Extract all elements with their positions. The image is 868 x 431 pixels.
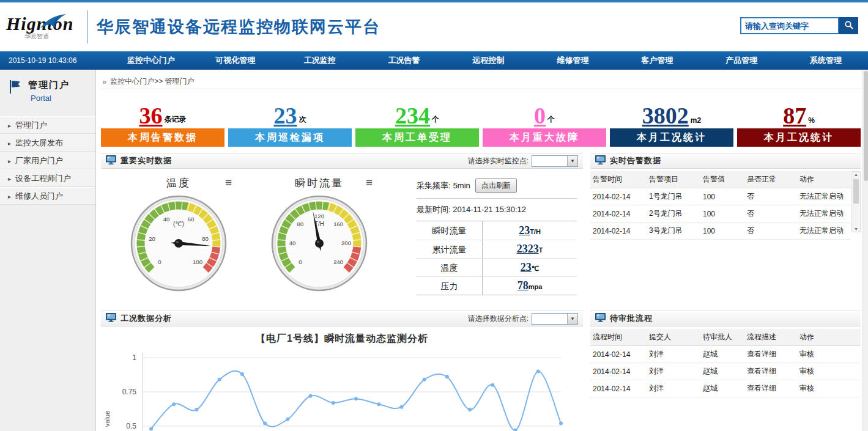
- table-cell: 赵城: [700, 380, 744, 397]
- svg-text:80: 80: [297, 221, 304, 227]
- table-scrollbar[interactable]: ▲ ▼: [851, 171, 861, 232]
- svg-text:0: 0: [158, 259, 161, 265]
- nav-item-6[interactable]: 维修管理: [530, 51, 615, 70]
- stat-card-4[interactable]: 0个本月重大故障: [483, 94, 606, 147]
- header-divider: [87, 10, 88, 43]
- main-nav: 2015-10-19 10:43:06 监控中心门户可视化管理工况监控工况告警远…: [0, 51, 868, 70]
- select-value: [532, 314, 567, 324]
- stat-unit: m2: [691, 116, 701, 126]
- nav-item-9[interactable]: 系统管理: [784, 51, 868, 70]
- column-header: 流程描述: [744, 329, 797, 346]
- table-cell: 无法正常启动: [797, 205, 851, 223]
- stat-card-2[interactable]: 23次本周巡检漏项: [228, 94, 352, 147]
- search-input[interactable]: [740, 17, 839, 34]
- sidebar-item-4[interactable]: ▸设备工程师门户: [0, 169, 95, 187]
- table-cell: 查看详细: [744, 346, 797, 363]
- table-cell: 2号龙门吊: [647, 205, 700, 223]
- approvals-panel: 流程时间提交人待审批人流程描述动作2014-02-14刘洋赵城查看详细审核201…: [590, 326, 861, 397]
- scroll-up-icon[interactable]: ▲: [852, 172, 860, 177]
- svg-text:40: 40: [289, 240, 296, 246]
- monitor-point-select[interactable]: ▼: [532, 155, 578, 167]
- svg-text:120: 120: [314, 213, 324, 219]
- nav-item-8[interactable]: 产品管理: [699, 51, 784, 70]
- table-row[interactable]: 2014-02-142号龙门吊100否无法正常启动: [590, 205, 851, 223]
- svg-text:value: value: [103, 411, 111, 427]
- alarms-panel: 告警时间告警项目告警值是否正常动作2014-02-141号龙门吊100否无法正常…: [590, 169, 861, 311]
- table-cell: 2014-02-14: [590, 380, 647, 397]
- nav-item-5[interactable]: 远程控制: [447, 51, 531, 70]
- table-row[interactable]: 2014-02-14刘洋赵城查看详细审核: [590, 346, 861, 363]
- stat-value-area: 36条记录: [101, 94, 224, 128]
- table-row[interactable]: 2014-02-14刘洋赵城查看详细审核: [590, 380, 861, 397]
- stat-card-3[interactable]: 234个本周工单受理: [355, 94, 479, 147]
- stat-card-6[interactable]: 87%本月工况统计: [737, 94, 861, 147]
- sidebar-item-1[interactable]: ▸管理门户: [0, 116, 95, 134]
- nav-item-3[interactable]: 工况监控: [278, 51, 362, 70]
- approvals-table: 流程时间提交人待审批人流程描述动作2014-02-14刘洋赵城查看详细审核201…: [590, 329, 861, 397]
- scrollbar-thumb[interactable]: [853, 179, 859, 204]
- table-row[interactable]: 2014-02-143号龙门吊100否无法正常启动: [590, 223, 851, 240]
- arrow-right-icon: ▸: [8, 175, 11, 182]
- sidebar-item-label: 维修人员门户: [15, 191, 63, 201]
- analysis-section-header: 工况数据分析 请选择数据分析点: ▼: [101, 311, 583, 326]
- column-header: 待审批人: [700, 329, 744, 346]
- page-scrollbar-thumb[interactable]: [864, 71, 868, 181]
- latest-time-value: 2014-11-21 15:30:12: [453, 205, 526, 214]
- stat-value-area: 0个: [483, 94, 606, 128]
- header: Hignton 华辰智通 华辰智通设备远程监控物联网云平台: [0, 2, 868, 51]
- svg-text:20: 20: [149, 235, 155, 242]
- column-header: 动作: [797, 171, 851, 188]
- column-header: 是否正常: [744, 171, 797, 188]
- page-scrollbar[interactable]: [862, 70, 868, 431]
- realtime-section-header: 重要实时数据 请选择实时监控点: ▼: [101, 153, 583, 169]
- reading-label: 压力: [417, 277, 483, 295]
- stat-value-area: 87%: [737, 94, 861, 128]
- nav-item-1[interactable]: 监控中心门户: [109, 51, 193, 70]
- analysis-point-select[interactable]: ▼: [532, 313, 578, 325]
- sidebar-item-label: 管理门户: [15, 120, 47, 130]
- temperature-gauge: 温度 ≡ 020406080100(℃): [108, 175, 249, 295]
- sidebar-item-3[interactable]: ▸厂家用户门户: [0, 152, 95, 169]
- stat-card-1[interactable]: 36条记录本周告警数据: [101, 94, 224, 147]
- reading-value: 23T/H: [483, 224, 577, 237]
- stat-card-5[interactable]: 3802m2本月工况统计: [610, 94, 733, 147]
- select-value: [532, 156, 567, 166]
- table-cell: 查看详细: [744, 363, 797, 380]
- stat-value: 0: [534, 105, 546, 126]
- table-row[interactable]: 2014-02-14刘洋赵城查看详细审核: [590, 363, 861, 380]
- table-header-row: 流程时间提交人待审批人流程描述动作: [590, 329, 861, 346]
- page-title: 华辰智通设备远程监控物联网云平台: [97, 16, 380, 38]
- svg-text:40: 40: [163, 216, 170, 223]
- nav-item-7[interactable]: 客户管理: [615, 51, 699, 70]
- stat-value: 3802: [642, 105, 689, 126]
- stat-value: 234: [395, 105, 430, 126]
- column-header: 告警项目: [647, 171, 700, 188]
- realtime-readings-panel: 采集频率: 5min 点击刷新 最新时间: 2014-11-21 15:30:1…: [417, 179, 577, 295]
- chart-menu-icon[interactable]: ≡: [366, 176, 373, 190]
- scroll-down-icon[interactable]: ▼: [852, 227, 860, 231]
- monitor-icon: [106, 155, 116, 167]
- sidebar-item-5[interactable]: ▸维修人员门户: [0, 187, 95, 205]
- main-content: » 监控中心门户>> 管理门户 36条记录本周告警数据23次本周巡检漏项234个…: [96, 70, 868, 431]
- column-header: 动作: [797, 329, 861, 346]
- logo[interactable]: Hignton 华辰智通: [0, 13, 84, 41]
- readings-table: 瞬时流量23T/H累计流量2323T温度23℃压力78mpa: [417, 221, 577, 295]
- gauge-title: 温度: [166, 177, 191, 189]
- svg-text:0.5: 0.5: [126, 422, 136, 430]
- sidebar-item-2[interactable]: ▸监控大屏发布: [0, 134, 95, 152]
- chart-menu-icon[interactable]: ≡: [225, 176, 232, 190]
- stat-value: 36: [139, 105, 163, 126]
- stat-unit: 条记录: [165, 114, 187, 126]
- table-cell: 无法正常启动: [797, 188, 851, 205]
- stat-unit: 个: [432, 114, 439, 126]
- table-cell: 2014-02-14: [590, 188, 647, 205]
- nav-item-2[interactable]: 可视化管理: [193, 51, 278, 70]
- nav-item-4[interactable]: 工况告警: [362, 51, 447, 70]
- svg-text:100: 100: [193, 259, 202, 265]
- search-button[interactable]: [839, 17, 858, 34]
- arrow-right-icon: ▸: [8, 122, 11, 129]
- reading-row-3: 温度23℃: [417, 258, 577, 276]
- refresh-button[interactable]: 点击刷新: [475, 179, 517, 193]
- table-row[interactable]: 2014-02-141号龙门吊100否无法正常启动: [590, 188, 851, 205]
- reading-unit: mpa: [529, 283, 543, 290]
